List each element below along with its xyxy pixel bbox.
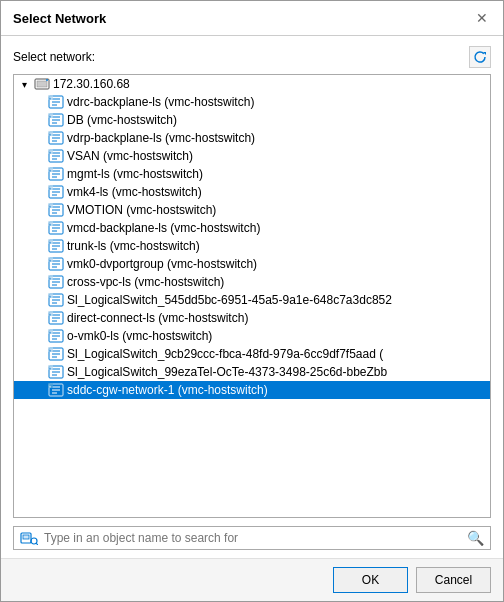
network-icon: ≡ [48, 365, 64, 379]
network-icon: ≡ [48, 167, 64, 181]
tree-item[interactable]: ≡ vmcd-backplane-ls (vmc-hostswitch) [14, 219, 490, 237]
dialog-footer: OK Cancel [1, 558, 503, 601]
svg-rect-2 [37, 81, 47, 87]
dialog-title: Select Network [13, 11, 106, 26]
section-label-row: Select network: [13, 46, 491, 68]
cancel-button[interactable]: Cancel [416, 567, 491, 593]
tree-item-label: VSAN (vmc-hostswitch) [67, 149, 193, 163]
tree-item-label: Sl_LogicalSwitch_99ezaTel-OcTe-4373-3498… [67, 365, 387, 379]
tree-item-label: sddc-cgw-network-1 (vmc-hostswitch) [67, 383, 268, 397]
tree-item-label: o-vmk0-ls (vmc-hostswitch) [67, 329, 212, 343]
network-icon: ≡ [48, 293, 64, 307]
tree-item-label: Sl_LogicalSwitch_545dd5bc-6951-45a5-9a1e… [67, 293, 392, 307]
tree-item[interactable]: ≡ o-vmk0-ls (vmc-hostswitch) [14, 327, 490, 345]
network-icon: ≡ [48, 113, 64, 127]
tree-item-label: vdrc-backplane-ls (vmc-hostswitch) [67, 95, 254, 109]
refresh-button[interactable] [469, 46, 491, 68]
network-icon: ≡ [48, 275, 64, 289]
tree-item-label: direct-connect-ls (vmc-hostswitch) [67, 311, 248, 325]
network-icon: ≡ [48, 347, 64, 361]
search-object-icon [20, 531, 38, 545]
expand-chevron: ▾ [22, 79, 32, 90]
network-icon: ≡ [48, 329, 64, 343]
tree-item[interactable]: ≡ Sl_LogicalSwitch_99ezaTel-OcTe-4373-34… [14, 363, 490, 381]
tree-item[interactable]: ≡ Sl_LogicalSwitch_545dd5bc-6951-45a5-9a… [14, 291, 490, 309]
search-bar: 🔍 [13, 526, 491, 550]
tree-children: ≡ vdrc-backplane-ls (vmc-hostswitch) ≡ D… [14, 93, 490, 399]
tree-item-label: vmcd-backplane-ls (vmc-hostswitch) [67, 221, 260, 235]
tree-item[interactable]: ≡ vdrp-backplane-ls (vmc-hostswitch) [14, 129, 490, 147]
network-icon: ≡ [48, 95, 64, 109]
close-button[interactable]: ✕ [473, 9, 491, 27]
ok-button[interactable]: OK [333, 567, 408, 593]
refresh-icon [473, 50, 487, 64]
network-icon: ≡ [48, 131, 64, 145]
title-bar: Select Network ✕ [1, 1, 503, 36]
network-icon: ≡ [48, 383, 64, 397]
tree-item-label: cross-vpc-ls (vmc-hostswitch) [67, 275, 224, 289]
svg-point-108 [31, 538, 37, 544]
tree-item[interactable]: ≡ Sl_LogicalSwitch_9cb29ccc-fbca-48fd-97… [14, 345, 490, 363]
tree-item[interactable]: ≡ vmk0-dvportgroup (vmc-hostswitch) [14, 255, 490, 273]
tree-item[interactable]: ≡ DB (vmc-hostswitch) [14, 111, 490, 129]
person-search-icon [20, 531, 38, 545]
section-label-text: Select network: [13, 50, 95, 64]
tree-item-label: VMOTION (vmc-hostswitch) [67, 203, 216, 217]
svg-line-109 [36, 543, 38, 545]
network-icon: ≡ [48, 221, 64, 235]
tree-item-label: vmk0-dvportgroup (vmc-hostswitch) [67, 257, 257, 271]
tree-item[interactable]: ≡ direct-connect-ls (vmc-hostswitch) [14, 309, 490, 327]
svg-point-3 [46, 79, 48, 81]
tree-item-label: Sl_LogicalSwitch_9cb29ccc-fbca-48fd-979a… [67, 347, 383, 361]
tree-item[interactable]: ≡ vmk4-ls (vmc-hostswitch) [14, 183, 490, 201]
tree-item[interactable]: ≡ trunk-ls (vmc-hostswitch) [14, 237, 490, 255]
tree-item-label: DB (vmc-hostswitch) [67, 113, 177, 127]
network-icon: ≡ [48, 239, 64, 253]
network-icon: ≡ [48, 257, 64, 271]
network-icon: ≡ [48, 149, 64, 163]
tree-item[interactable]: ≡ VMOTION (vmc-hostswitch) [14, 201, 490, 219]
host-icon [34, 77, 50, 91]
select-network-dialog: Select Network ✕ Select network: ▾ [0, 0, 504, 602]
network-icon: ≡ [48, 311, 64, 325]
search-input[interactable] [44, 531, 467, 545]
network-icon: ≡ [48, 185, 64, 199]
tree-item[interactable]: ≡ cross-vpc-ls (vmc-hostswitch) [14, 273, 490, 291]
svg-rect-107 [23, 535, 29, 539]
tree-item[interactable]: ≡ mgmt-ls (vmc-hostswitch) [14, 165, 490, 183]
network-icon: ≡ [48, 203, 64, 217]
search-magnifier-icon: 🔍 [467, 530, 484, 546]
dialog-body: Select network: ▾ 172. [1, 36, 503, 558]
tree-item[interactable]: ≡ VSAN (vmc-hostswitch) [14, 147, 490, 165]
tree-item-label: trunk-ls (vmc-hostswitch) [67, 239, 200, 253]
tree-item-label: vdrp-backplane-ls (vmc-hostswitch) [67, 131, 255, 145]
root-label: 172.30.160.68 [53, 77, 130, 91]
tree-item-label: vmk4-ls (vmc-hostswitch) [67, 185, 202, 199]
tree-root-node[interactable]: ▾ 172.30.160.68 [14, 75, 490, 93]
network-tree[interactable]: ▾ 172.30.160.68 ≡ vdrc-backplane-ls (vmc… [13, 74, 491, 518]
tree-item[interactable]: ≡ vdrc-backplane-ls (vmc-hostswitch) [14, 93, 490, 111]
tree-item[interactable]: ≡ sddc-cgw-network-1 (vmc-hostswitch) [14, 381, 490, 399]
tree-item-label: mgmt-ls (vmc-hostswitch) [67, 167, 203, 181]
